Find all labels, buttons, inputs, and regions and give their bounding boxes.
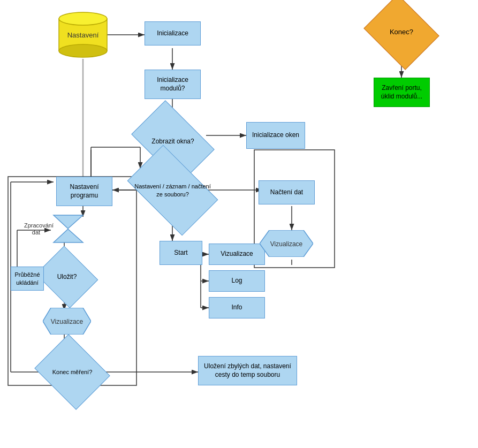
- nastaveni-zaznam-diamond: Nastavení / záznam / načtení ze souboru?: [134, 165, 211, 216]
- nastaveni-cylinder: Nastavení: [56, 8, 110, 59]
- zpracovani-dat-hourglass: Zpracování dat: [51, 214, 86, 244]
- svg-text:Nastavení: Nastavení: [67, 31, 99, 39]
- zavreni-box: Zavření portu, úklid modulů...: [374, 78, 430, 107]
- svg-marker-42: [54, 229, 83, 242]
- svg-marker-41: [54, 215, 83, 229]
- zpracovani-dat-label: Zpracování dat: [24, 222, 48, 236]
- vizualizace2-box: Vizualizace: [209, 244, 265, 265]
- ulozit-diamond: Uložit?: [43, 257, 91, 297]
- nastaveni-programu-box: Nastavení programu: [56, 177, 112, 206]
- svg-point-39: [59, 44, 107, 57]
- inicializace-modulu-box: Inicializace modulů?: [145, 70, 201, 99]
- inicializace-box: Inicializace: [145, 21, 201, 45]
- konec-mereni-diamond: Konec měření?: [43, 348, 102, 396]
- svg-text:Vizualizace: Vizualizace: [51, 318, 84, 325]
- inicializace-oken-box: Inicializace oken: [246, 122, 305, 149]
- ulozeni-zbylych-box: Uložení zbylých dat, nastavení cesty do …: [198, 356, 297, 385]
- log-box: Log: [209, 270, 265, 292]
- svg-text:Vizualizace: Vizualizace: [270, 240, 303, 248]
- konec-diamond-top: Konec?: [372, 8, 431, 56]
- nacteni-dat-box: Načtení dat: [259, 180, 315, 204]
- vizualizace1-hexagon: Vizualizace: [43, 308, 91, 335]
- svg-point-38: [59, 12, 107, 25]
- info-box: Info: [209, 297, 265, 318]
- prubezne-ukladani-box: Průběžné ukládání: [11, 267, 44, 291]
- flowchart-diagram: Nastavení Inicializace Inicializace modu…: [0, 0, 478, 448]
- start-box: Start: [160, 241, 202, 265]
- vizualizace3-hexagon: Vizualizace: [260, 230, 313, 257]
